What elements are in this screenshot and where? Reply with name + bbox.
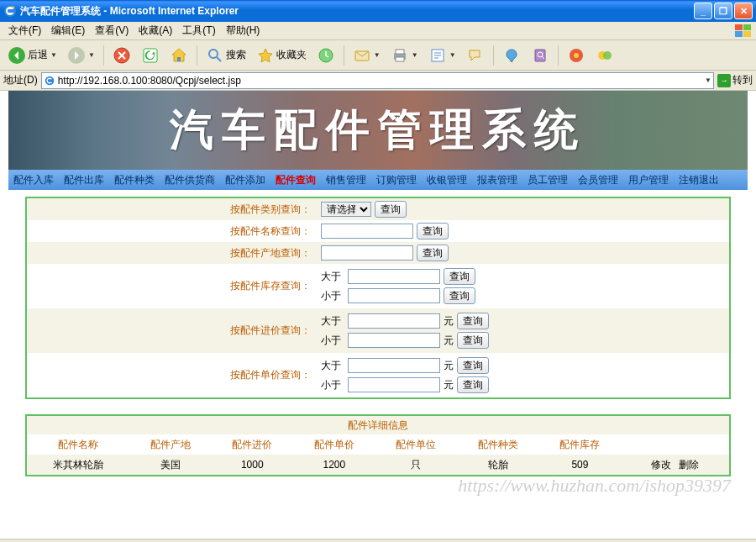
extra-button[interactable]: [591, 44, 618, 67]
label-unitprice: 按配件单价查询：: [27, 368, 321, 382]
query-btn-stock-lt[interactable]: 查询: [444, 287, 475, 304]
print-button[interactable]: ▼: [386, 44, 423, 67]
name-input[interactable]: [321, 224, 413, 239]
label-stock: 按配件库存查询：: [27, 279, 321, 293]
unitprice-gt-input[interactable]: [348, 358, 440, 373]
nav-inbound[interactable]: 配件入库: [8, 173, 59, 187]
home-button[interactable]: [165, 44, 192, 67]
menu-view[interactable]: 查看(V): [90, 22, 134, 39]
category-select[interactable]: 请选择: [321, 202, 371, 217]
edit-link[interactable]: 修改: [651, 459, 671, 471]
label-origin: 按配件产地查询：: [27, 246, 321, 260]
statusbar: http://192.168.0.100:8080/Qcpj/select.js…: [0, 539, 756, 542]
svg-point-1: [12, 7, 15, 8]
svg-rect-16: [396, 57, 404, 61]
menu-edit[interactable]: 编辑(E): [46, 22, 90, 39]
maximize-button[interactable]: ❐: [714, 3, 732, 19]
query-btn-stock-gt[interactable]: 查询: [444, 268, 475, 285]
close-button[interactable]: ✕: [734, 3, 753, 19]
windows-flag-icon: [734, 24, 753, 39]
mail-button[interactable]: ▼: [349, 44, 385, 67]
nav-outbound[interactable]: 配件出库: [59, 173, 109, 187]
nav-staff[interactable]: 员工管理: [522, 173, 573, 187]
cell-inprice: 1000: [211, 455, 293, 475]
nav-report[interactable]: 报表管理: [472, 173, 522, 187]
svg-rect-4: [735, 31, 743, 37]
th-unitprice: 配件单价: [293, 434, 375, 455]
discuss-button[interactable]: [462, 44, 489, 67]
origin-input[interactable]: [321, 245, 413, 260]
label-name: 按配件名称查询：: [27, 224, 321, 239]
messenger-button[interactable]: [498, 44, 525, 67]
address-input[interactable]: http://192.168.0.100:8080/Qcpj/select.js…: [41, 72, 714, 89]
query-btn-unitprice-lt[interactable]: 查询: [457, 376, 489, 393]
yuan-unit: 元: [444, 334, 454, 348]
inprice-gt-label: 大于: [321, 314, 344, 329]
back-button[interactable]: 后退 ▼: [3, 44, 61, 67]
window-titlebar: 汽车配件管理系统 - Microsoft Internet Explorer _…: [0, 0, 756, 22]
unitprice-gt-label: 大于: [321, 359, 344, 373]
query-btn-name[interactable]: 查询: [417, 223, 449, 239]
query-btn-inprice-lt[interactable]: 查询: [457, 332, 489, 349]
stock-lt-input[interactable]: [348, 288, 440, 303]
research-button[interactable]: [527, 44, 554, 67]
menubar: 文件(F) 编辑(E) 查看(V) 收藏(A) 工具(T) 帮助(H): [0, 22, 756, 40]
label-category: 按配件类别查询：: [27, 203, 321, 217]
menu-file[interactable]: 文件(F): [3, 22, 46, 39]
address-label: 地址(D): [3, 73, 38, 87]
refresh-button[interactable]: [137, 44, 164, 67]
address-bar: 地址(D) http://192.168.0.100:8080/Qcpj/sel…: [0, 71, 756, 91]
unitprice-lt-input[interactable]: [348, 377, 440, 392]
svg-point-24: [45, 76, 54, 85]
page-icon: [44, 75, 55, 87]
stock-gt-input[interactable]: [348, 269, 440, 284]
th-origin: 配件产地: [129, 434, 212, 455]
banner-title: 汽车配件管理系统: [170, 101, 586, 160]
minimize-button[interactable]: _: [694, 3, 712, 19]
stock-lt-label: 小于: [321, 289, 344, 303]
menu-tools[interactable]: 工具(T): [177, 22, 220, 39]
inprice-lt-input[interactable]: [348, 333, 440, 348]
forward-dropdown-icon: ▼: [88, 51, 95, 59]
forward-button[interactable]: ▼: [63, 44, 99, 67]
nav-supplier[interactable]: 配件供货商: [160, 173, 220, 187]
cell-unitprice: 1200: [293, 455, 375, 475]
nav-user[interactable]: 用户管理: [623, 173, 674, 187]
nav-query[interactable]: 配件查询: [270, 173, 321, 187]
yuan-unit: 元: [444, 378, 454, 392]
favorites-button[interactable]: 收藏夹: [252, 44, 311, 67]
nav-member[interactable]: 会员管理: [573, 173, 623, 187]
nav-sales[interactable]: 销售管理: [321, 173, 371, 187]
svg-rect-10: [177, 57, 181, 61]
stop-button[interactable]: [108, 44, 135, 67]
nav-add[interactable]: 配件添加: [220, 173, 270, 187]
detail-panel: 配件详细信息 配件名称 配件产地 配件进价 配件单价 配件单位 配件种类 配件库…: [25, 414, 731, 476]
window-title: 汽车配件管理系统 - Microsoft Internet Explorer: [20, 4, 692, 18]
search-label: 搜索: [226, 48, 246, 62]
stock-gt-label: 大于: [321, 270, 344, 284]
security-button[interactable]: [563, 44, 590, 67]
delete-link[interactable]: 删除: [679, 459, 699, 471]
detail-title: 配件详细信息: [27, 416, 729, 434]
th-name: 配件名称: [27, 434, 129, 455]
menu-help[interactable]: 帮助(H): [221, 22, 265, 39]
detail-table: 配件名称 配件产地 配件进价 配件单价 配件单位 配件种类 配件库存 米其林轮胎…: [27, 434, 729, 475]
nav-logout[interactable]: 注销退出: [674, 173, 724, 187]
url-text: http://192.168.0.100:8080/Qcpj/select.js…: [58, 75, 704, 87]
edit-button[interactable]: ▼: [424, 44, 460, 67]
query-btn-unitprice-gt[interactable]: 查询: [457, 357, 489, 374]
nav-order[interactable]: 订购管理: [371, 173, 422, 187]
cell-category: 轮胎: [457, 455, 539, 475]
query-btn-origin[interactable]: 查询: [417, 245, 449, 261]
nav-cashier[interactable]: 收银管理: [422, 173, 472, 187]
address-dropdown-icon[interactable]: ▼: [705, 76, 711, 84]
query-btn-category[interactable]: 查询: [375, 201, 407, 218]
nav-category[interactable]: 配件种类: [109, 173, 160, 187]
inprice-gt-input[interactable]: [348, 313, 440, 329]
query-btn-inprice-gt[interactable]: 查询: [457, 313, 489, 329]
menu-favorites[interactable]: 收藏(A): [134, 22, 177, 39]
query-panel: 按配件类别查询： 请选择 查询 按配件名称查询： 查询 按配件产地查询： 查询: [25, 197, 731, 399]
history-button[interactable]: [312, 44, 339, 67]
search-button[interactable]: 搜索: [202, 44, 250, 67]
go-button[interactable]: → 转到: [717, 73, 753, 87]
